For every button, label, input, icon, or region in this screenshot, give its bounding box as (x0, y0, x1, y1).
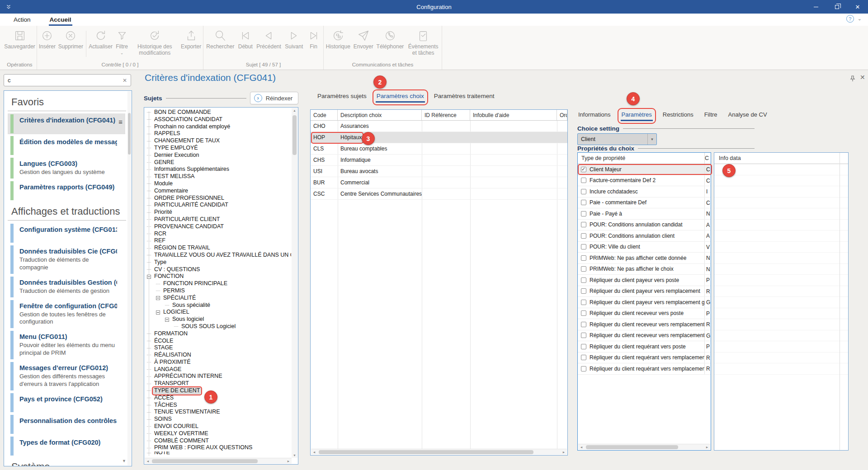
sidebar-item[interactable]: Pays et province (CFG052) ≡ (8, 392, 125, 413)
events-tasks-button[interactable]: Évènements et tâches (406, 28, 440, 57)
property-checkbox[interactable] (581, 310, 586, 316)
tree-item[interactable]: NOTE (145, 451, 291, 454)
property-row[interactable]: POUR: Ville du client V (578, 242, 711, 253)
tree-item[interactable]: Sous spécialité (145, 302, 291, 309)
col-type-propriete[interactable]: Type de propriété (578, 153, 704, 164)
info-data-row[interactable] (714, 208, 848, 220)
scroll-up-icon[interactable]: ▲ (292, 109, 297, 112)
sidebar-item[interactable]: Types de format (CFG020) ≡ (8, 436, 125, 456)
tree-item[interactable]: STAGE (145, 344, 291, 352)
tree-item[interactable]: REF (145, 237, 291, 244)
info-data-row[interactable] (714, 319, 848, 330)
info-data-row[interactable] (714, 352, 848, 364)
sidebar-search-input[interactable]: c ✕ (4, 74, 131, 86)
tree-item[interactable]: CHANGEMENT DE TAUX (145, 137, 291, 145)
info-data-row[interactable] (714, 264, 848, 275)
choices-horizontal-scrollbar[interactable]: ◄ ► (311, 449, 567, 455)
property-checkbox[interactable] (581, 233, 586, 239)
sidebar-item[interactable]: Édition des modèles de messages (CFG0...… (8, 135, 125, 156)
insert-button[interactable]: Insérer (38, 28, 57, 51)
sidebar-item[interactable]: Fenêtre de configuration (CFG014) Gestio… (8, 299, 125, 329)
property-checkbox[interactable] (581, 255, 586, 261)
property-row[interactable]: POUR: Conditions annulation candidat A (578, 220, 711, 231)
info-data-row[interactable] (714, 297, 848, 308)
col-info-data[interactable]: Info data (714, 153, 848, 164)
send-button[interactable]: Envoyer (353, 28, 374, 51)
document-close-icon[interactable]: ✕ (860, 74, 865, 81)
property-checkbox[interactable] (581, 178, 586, 183)
tree-item[interactable]: RAPPELS (145, 130, 291, 137)
col-infobulle[interactable]: Infobulle d'aide (470, 110, 557, 120)
info-data-row[interactable] (714, 197, 848, 209)
info-data-row[interactable] (714, 363, 848, 375)
tree-item[interactable]: TRAVAILLEZ VOUS OU AVEZ TRAVAILLÉ DANS U… (145, 252, 291, 259)
info-data-row[interactable] (714, 341, 848, 352)
sidebar-item[interactable]: Configuration système (CFG013) ≡ (8, 223, 125, 244)
expander-icon[interactable] (147, 275, 151, 279)
property-row[interactable]: PRIMWeb: Ne pas afficher le choix N (578, 264, 711, 275)
comm-history-button[interactable]: Historique (325, 28, 351, 51)
tree-item[interactable]: COMBLÉ COMMENT (145, 437, 291, 445)
info-data-row[interactable] (714, 230, 848, 242)
sidebar-scroll-down-icon[interactable]: ▼ (122, 459, 126, 463)
tree-item[interactable]: PROVENANCE CANDIDAT (145, 223, 291, 230)
property-row[interactable]: Répliquer du client receveur vers rempla… (578, 319, 711, 330)
choice-row[interactable]: CLS Bureau comptables (311, 143, 567, 155)
property-checkbox[interactable] (581, 189, 586, 194)
sidebar-scrollbar[interactable] (127, 91, 131, 465)
property-row[interactable]: Répliquer du client payeur vers poste P (578, 275, 711, 286)
property-row[interactable]: PRIMWeb: Ne pas afficher cette donnée N (578, 253, 711, 264)
properties-horizontal-scrollbar[interactable]: ◄ ► (578, 444, 710, 450)
col-id-reference[interactable]: ID Référence (422, 110, 470, 120)
sidebar-item[interactable]: Données traduisibles Gestion (CFG016) Tr… (8, 276, 125, 298)
col-ordre[interactable]: Ord (557, 110, 567, 120)
property-checkbox[interactable] (581, 244, 586, 249)
tree-item[interactable]: LANGAGE (145, 366, 291, 373)
close-button[interactable]: ✕ (847, 0, 868, 14)
property-checkbox[interactable] (581, 266, 586, 272)
tree-vertical-scrollbar[interactable]: ▲ ▼ (292, 108, 297, 458)
export-button[interactable]: Exporter (180, 28, 202, 51)
search-button[interactable]: Rechercher (205, 28, 235, 51)
tree-item[interactable]: RÉGION DE TRAVAIL (145, 244, 291, 252)
tree-item[interactable]: FONCTION (145, 273, 291, 280)
tree-item[interactable]: ORDRE PROFESSIONNEL (145, 195, 291, 202)
tree-item[interactable]: GENRE (145, 159, 291, 166)
property-row[interactable]: Client Majeur C (578, 164, 711, 175)
tree-item[interactable]: RCR (145, 230, 291, 238)
tree-item[interactable]: ACCÈS (145, 395, 291, 402)
tree-item[interactable]: ASSOCIATION CANDIDAT (145, 116, 291, 123)
choice-row[interactable]: BUR Commercial (311, 177, 567, 188)
tree-item[interactable]: TEST MELISSA (145, 173, 291, 180)
choice-row[interactable]: HOP Hôpitaux (311, 132, 567, 143)
col-description[interactable]: Description choix (338, 110, 422, 120)
scroll-right-icon[interactable]: ► (285, 460, 292, 463)
ribbon-collapse-icon[interactable]: ⌄ (858, 16, 862, 22)
delete-button[interactable]: Supprimer (57, 28, 84, 51)
previous-button[interactable]: Précédent (255, 28, 282, 51)
scroll-right-icon[interactable]: ► (704, 446, 710, 449)
property-checkbox[interactable] (581, 288, 586, 294)
property-row[interactable]: Répliquer du client receveur vers poste … (578, 308, 711, 320)
tree-item[interactable]: SPÉCIALITÉ (145, 295, 291, 302)
tab-analyse-cv[interactable]: Analyse de CV (727, 110, 768, 121)
tab-accueil[interactable]: Accueil (50, 16, 71, 26)
info-data-row[interactable] (714, 286, 848, 297)
property-checkbox[interactable] (581, 333, 586, 338)
modification-history-button[interactable]: Historique des modifications (130, 28, 179, 57)
property-row[interactable]: Répliquer du client payeur vers remplace… (578, 297, 711, 308)
pin-icon[interactable] (849, 75, 856, 82)
info-data-row[interactable] (714, 220, 848, 231)
tab-parametres[interactable]: Paramètres (621, 110, 653, 121)
refresh-button[interactable]: Actualiser (88, 28, 113, 51)
info-data-row[interactable] (714, 330, 848, 342)
tree-item[interactable]: À PROXIMITÉ (145, 359, 291, 366)
property-checkbox[interactable] (581, 222, 586, 227)
choice-row[interactable]: CHS Informatique (311, 155, 567, 166)
save-button[interactable]: Sauvegarder (3, 28, 36, 51)
tree-item[interactable]: TYPE EMPLOYÉ (145, 145, 291, 152)
tree-item[interactable]: Dernier Execution (145, 152, 291, 159)
col-code[interactable]: Code (311, 110, 338, 120)
tree-item[interactable]: WEEKLY OVERTIME (145, 430, 291, 437)
tree-item[interactable]: Commentaire (145, 188, 291, 195)
